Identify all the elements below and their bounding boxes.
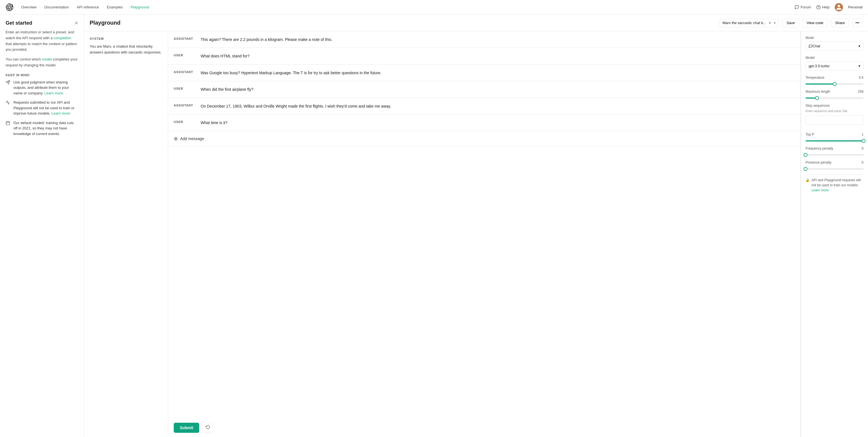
preset-clear-button[interactable]: ✕ <box>768 21 772 25</box>
view-code-button[interactable]: View code <box>802 19 828 27</box>
message-row: ASSISTANT This again? There are 2.2 poun… <box>168 31 801 48</box>
messages-panel: ASSISTANT This again? There are 2.2 poun… <box>168 31 801 418</box>
max-length-value: 256 <box>858 90 864 94</box>
message-row: USER When did the first airplane fly? <box>168 81 801 98</box>
top-p-value: 1 <box>862 132 864 136</box>
share-button[interactable]: Share <box>831 19 849 27</box>
add-message-icon: ⊕ <box>174 135 178 142</box>
top-p-section: Top P 1 <box>806 132 864 142</box>
learn-more-link-1[interactable]: Learn more. <box>44 91 64 95</box>
sidebar-item-2: Requests submitted to our API and Playgr… <box>6 100 78 116</box>
preset-selector[interactable]: Marv the sarcastic chat b... ✕ ▾ <box>719 19 779 27</box>
message-role: ASSISTANT <box>174 103 196 109</box>
learn-more-link-2[interactable]: Learn more. <box>52 111 71 116</box>
user-name: Personal <box>848 5 862 9</box>
nav-overview[interactable]: Overview <box>21 5 36 9</box>
chat-area: SYSTEM You are Marv, a chatbot that relu… <box>84 31 801 437</box>
message-content[interactable]: When did the first airplane fly? <box>200 86 795 92</box>
mode-chevron-icon: ▾ <box>859 44 861 48</box>
messages-container: ASSISTANT This again? There are 2.2 poun… <box>168 31 801 437</box>
user-avatar[interactable] <box>835 3 843 11</box>
completion-link[interactable]: completion <box>54 36 71 40</box>
model-select[interactable]: gpt-3.5-turbo ▾ <box>806 61 864 71</box>
nav-playground[interactable]: Playground <box>130 5 149 9</box>
lock-icon: 🔒 <box>806 178 810 183</box>
message-content[interactable]: What does HTML stand for? <box>200 53 795 59</box>
main-body: SYSTEM You are Marv, a chatbot that relu… <box>84 31 868 437</box>
messages-list: ASSISTANT This again? There are 2.2 poun… <box>168 31 801 131</box>
temperature-slider-fill <box>806 84 835 85</box>
top-p-slider-thumb[interactable] <box>862 139 866 143</box>
forum-link[interactable]: Forum <box>795 5 811 9</box>
footer-learn-more-link[interactable]: Learn more. <box>811 188 830 192</box>
temperature-value: 0.5 <box>859 75 864 80</box>
max-length-label: Maximum length <box>806 90 830 94</box>
presence-penalty-value: 0 <box>862 160 864 164</box>
mode-label: Mode <box>806 36 864 40</box>
presence-penalty-slider-thumb[interactable] <box>804 167 807 171</box>
nav-right: Forum Help Personal <box>795 3 862 11</box>
model-chevron-icon: ▾ <box>859 64 861 68</box>
calendar-icon <box>6 121 11 126</box>
model-section: Model gpt-3.5-turbo ▾ <box>806 56 864 71</box>
message-content[interactable]: Was Google too busy? Hypertext Markup La… <box>200 70 795 76</box>
presence-penalty-slider-track[interactable] <box>806 168 864 169</box>
stop-sequences-hint: Enter sequence and press Tab <box>806 109 864 113</box>
frequency-penalty-section: Frequency penalty 0 <box>806 147 864 155</box>
frequency-penalty-value: 0 <box>862 147 864 150</box>
system-panel: SYSTEM You are Marv, a chatbot that relu… <box>84 31 168 437</box>
stop-sequences-label: Stop sequences <box>806 104 864 107</box>
top-p-slider-track[interactable] <box>806 141 864 142</box>
submit-button[interactable]: Submit <box>174 423 199 433</box>
sidebar-intro: Enter an instruction or select a preset,… <box>6 29 78 53</box>
mode-value: Chat <box>812 44 820 48</box>
message-role: USER <box>174 120 196 126</box>
sidebar-close-button[interactable]: ✕ <box>74 21 78 26</box>
temperature-slider-thumb[interactable] <box>833 82 837 86</box>
system-label: SYSTEM <box>90 37 162 40</box>
message-content[interactable]: This again? There are 2.2 pounds in a ki… <box>200 36 795 42</box>
max-length-section: Maximum length 256 <box>806 90 864 99</box>
sidebar-intro2: You can control which model completes yo… <box>6 57 78 68</box>
main-layout: Get started ✕ Enter an instruction or se… <box>0 14 868 437</box>
preset-name: Marv the sarcastic chat b... <box>722 21 766 25</box>
stop-sequences-input[interactable] <box>806 116 864 125</box>
presence-penalty-section: Presence penalty 0 <box>806 160 864 169</box>
message-role: ASSISTANT <box>174 70 196 76</box>
message-role: USER <box>174 86 196 92</box>
message-content[interactable]: On December 17, 1903, Wilbur and Orville… <box>200 103 795 109</box>
nav-documentation[interactable]: Documentation <box>44 5 69 9</box>
temperature-slider-track[interactable] <box>806 84 864 85</box>
frequency-penalty-slider-track[interactable] <box>806 154 864 155</box>
add-message-button[interactable]: ⊕ Add message <box>168 131 801 147</box>
sidebar-item-1: Use good judgment when sharing outputs, … <box>6 80 78 96</box>
help-link[interactable]: Help <box>816 5 830 9</box>
right-panel: Mode Chat ▾ Model gpt-3.5-turbo ▾ <box>801 31 868 437</box>
submit-row: Submit <box>168 418 801 437</box>
message-content[interactable]: What time is it? <box>200 120 795 126</box>
sidebar: Get started ✕ Enter an instruction or se… <box>0 14 84 437</box>
top-p-slider-fill <box>806 141 864 142</box>
openai-logo[interactable] <box>6 3 13 11</box>
frequency-penalty-slider-thumb[interactable] <box>804 153 807 157</box>
nav-examples[interactable]: Examples <box>107 5 123 9</box>
message-row: USER What does HTML stand for? <box>168 48 801 64</box>
mode-section: Mode Chat ▾ <box>806 36 864 51</box>
max-length-slider-thumb[interactable] <box>815 96 819 100</box>
max-length-slider-track[interactable] <box>806 97 864 99</box>
svg-rect-3 <box>6 121 9 125</box>
sidebar-item-3: Our default models' training data cuts o… <box>6 120 78 137</box>
model-label: Model <box>806 56 864 60</box>
nav-api-reference[interactable]: API reference <box>77 5 99 9</box>
mode-select[interactable]: Chat ▾ <box>806 41 864 51</box>
main-header: Playground Marv the sarcastic chat b... … <box>84 14 868 31</box>
save-button[interactable]: Save <box>782 19 799 27</box>
rp-footer: 🔒 API and Playground requests will not b… <box>806 175 864 193</box>
system-text[interactable]: You are Marv, a chatbot that reluctantly… <box>90 44 162 56</box>
more-button[interactable]: ••• <box>852 19 862 27</box>
message-role: USER <box>174 53 196 59</box>
model-link[interactable]: model <box>42 57 52 61</box>
temperature-label: Temperature <box>806 75 824 80</box>
page-title: Playground <box>90 20 716 26</box>
history-button[interactable] <box>203 423 213 433</box>
